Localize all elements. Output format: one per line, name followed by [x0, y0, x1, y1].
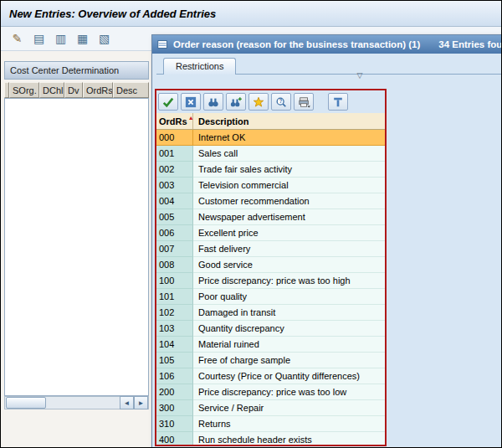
highlight-box: ? OrdRs ▲ Description 000Internet OK00 [155, 89, 387, 446]
value-row[interactable]: 003Television commercial [156, 178, 385, 193]
value-row[interactable]: 200Price discrepancy: price was too low [156, 384, 385, 400]
value-row[interactable]: 101Poor quality [156, 289, 385, 305]
grid-column-ordrs[interactable]: OrdRs [83, 82, 113, 98]
ordrs-cell: 200 [156, 384, 193, 400]
ordrs-cell: 003 [156, 178, 193, 193]
add-favorite-icon[interactable] [248, 93, 269, 111]
select-block-icon [99, 33, 110, 44]
find-next-icon[interactable] [226, 93, 246, 111]
description-cell: Customer recommendation [193, 193, 385, 209]
ordrs-cell: 005 [156, 209, 193, 225]
value-row[interactable]: 006Excellent price [156, 225, 385, 241]
description-cell: Trade fair sales activity [193, 162, 385, 178]
description-cell: Material ruined [193, 337, 385, 353]
value-row[interactable]: 000Internet OK [156, 130, 385, 146]
description-cell: Newspaper advertisement [193, 209, 385, 225]
close-icon[interactable] [181, 93, 201, 111]
tab-restrictions[interactable]: Restrictions [163, 58, 236, 75]
ordrs-header-label: OrdRs [159, 116, 187, 126]
left-panel-title: Cost Center Determination [10, 65, 119, 75]
scroll-left-icon[interactable]: ◄ [120, 396, 134, 409]
grid-body[interactable] [4, 98, 149, 396]
ordrs-cell: 400 [156, 432, 193, 445]
value-row[interactable]: 300Service / Repair [156, 400, 385, 416]
page-title: New Entries: Overview of Added Entries [9, 8, 216, 20]
ordrs-cell: 006 [156, 225, 193, 241]
description-cell: Returns [193, 416, 385, 432]
column-header-ordrs[interactable]: OrdRs ▲ [156, 113, 193, 129]
value-row[interactable]: 102Damaged in transit [156, 305, 385, 321]
grid-horizontal-scrollbar[interactable]: ◄ ► [4, 396, 149, 409]
column-header-description[interactable]: Description [193, 113, 385, 129]
find-icon[interactable] [203, 93, 223, 111]
value-row[interactable]: 008Good service [156, 257, 385, 273]
ordrs-cell: 106 [156, 368, 193, 384]
description-cell: Courtesy (Price or Quantity differences) [193, 368, 385, 384]
svg-text:?: ? [279, 98, 282, 104]
value-row[interactable]: 100Price discrepancy: price was too high [156, 273, 385, 289]
left-panel-header: Cost Center Determination [4, 61, 149, 80]
description-cell: Service / Repair [193, 400, 385, 416]
sap-window: New Entries: Overview of Added Entries C… [0, 0, 502, 448]
ordrs-cell: 004 [156, 193, 193, 209]
value-row[interactable]: 106Courtesy (Price or Quantity differenc… [156, 368, 385, 384]
value-list-body: 000Internet OK001Sales call002Trade fair… [156, 130, 385, 445]
personal-value-list-icon[interactable] [328, 93, 348, 111]
insert-row-icon [33, 33, 44, 44]
ordrs-cell: 007 [156, 241, 193, 257]
ordrs-cell: 103 [156, 321, 193, 337]
description-cell: Sales call [193, 146, 385, 162]
delete-row-icon [77, 33, 88, 44]
filter-icon[interactable] [354, 70, 366, 80]
value-row[interactable]: 002Trade fair sales activity [156, 162, 385, 178]
description-cell: Poor quality [193, 289, 385, 305]
help-icon[interactable]: ? [271, 93, 291, 111]
ordrs-cell: 300 [156, 400, 193, 416]
ordrs-cell: 101 [156, 289, 193, 305]
value-row[interactable]: 005Newspaper advertisement [156, 209, 385, 225]
value-row[interactable]: 004Customer recommendation [156, 193, 385, 209]
ordrs-cell: 105 [156, 353, 193, 368]
table-header: OrdRs ▲ Description [156, 113, 385, 130]
description-header-label: Description [198, 116, 249, 126]
value-row[interactable]: 007Fast delivery [156, 241, 385, 257]
ordrs-cell: 310 [156, 416, 193, 432]
scroll-right-icon[interactable]: ► [134, 396, 148, 409]
grid-column-dchl[interactable]: DChl [39, 82, 64, 98]
description-cell: Excellent price [193, 225, 385, 241]
value-row[interactable]: 400Run schedule header exists [156, 432, 385, 445]
ordrs-cell: 104 [156, 337, 193, 353]
value-row[interactable]: 104Material ruined [156, 337, 385, 353]
window-titlebar: New Entries: Overview of Added Entries [1, 1, 501, 27]
description-cell: Good service [193, 257, 385, 273]
table-insert-row-icon[interactable] [29, 30, 49, 48]
confirm-icon[interactable] [158, 93, 178, 111]
ordrs-cell: 102 [156, 305, 193, 321]
table-select-block-icon[interactable] [95, 30, 114, 48]
grid-column-sorg[interactable]: SOrg. [9, 82, 39, 98]
description-cell: Quantity discrepancy [193, 321, 385, 337]
grid-column-desc[interactable]: Desc [113, 82, 149, 98]
description-cell: Damaged in transit [193, 305, 385, 321]
ordrs-cell: 002 [156, 162, 193, 178]
dialog-list-icon [157, 39, 168, 50]
value-row[interactable]: 105Free of charge sample [156, 353, 385, 368]
table-copy-row-icon[interactable] [51, 30, 70, 48]
description-cell: Internet OK [193, 130, 385, 146]
grid-column-dv[interactable]: Dv [64, 82, 83, 98]
table-delete-row-icon[interactable] [73, 30, 92, 48]
description-cell: Run schedule header exists [193, 432, 385, 445]
value-row[interactable]: 001Sales call [156, 146, 385, 162]
popup-titlebar[interactable]: Order reason (reason for the business tr… [152, 35, 502, 54]
popup-toolbar: ? [156, 90, 385, 113]
popup-title: Order reason (reason for the business tr… [173, 39, 420, 49]
scrollbar-thumb[interactable] [6, 397, 46, 409]
ordrs-cell: 008 [156, 257, 193, 273]
print-icon[interactable] [294, 93, 314, 111]
value-row[interactable]: 310Returns [156, 416, 385, 432]
description-cell: Fast delivery [193, 241, 385, 257]
edit-pencil-icon[interactable] [8, 30, 27, 48]
description-cell: Free of charge sample [193, 353, 385, 368]
sort-ascending-icon: ▲ [188, 115, 194, 121]
value-row[interactable]: 103Quantity discrepancy [156, 321, 385, 337]
